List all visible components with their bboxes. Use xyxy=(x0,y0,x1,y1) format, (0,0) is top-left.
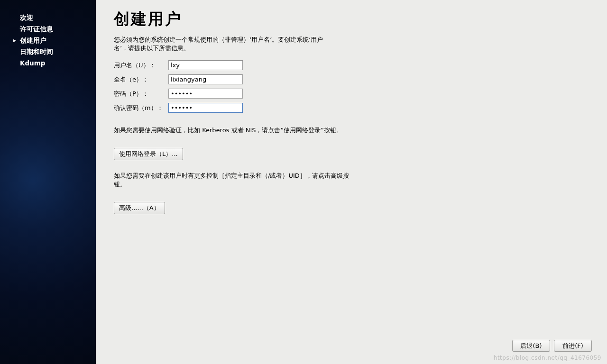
advanced-note: 如果您需要在创建该用户时有更多控制［指定主目录和（/或者）UID］，请点击高级按… xyxy=(114,172,351,189)
password-label: 密码（P）： xyxy=(114,90,168,98)
page-title: 创建用户 xyxy=(114,9,589,30)
sidebar-item-create-user[interactable]: 创建用户 xyxy=(0,35,96,46)
network-login-button[interactable]: 使用网络登录（L）... xyxy=(114,148,183,160)
back-button[interactable]: 后退(B) xyxy=(512,340,550,352)
network-note: 如果您需要使用网络验证，比如 Kerberos 或者 NIS，请点击“使用网络登… xyxy=(114,126,351,135)
sidebar-item-license[interactable]: 许可证信息 xyxy=(0,23,96,35)
watermark: https://blog.csdn.net/qq_41676059 xyxy=(494,355,601,361)
sidebar-item-label: 欢迎 xyxy=(20,14,33,21)
username-label: 用户名（U）： xyxy=(114,61,168,70)
footer-buttons: 后退(B) 前进(F) xyxy=(512,340,592,352)
password-input[interactable] xyxy=(168,89,243,99)
main-content: 创建用户 您必须为您的系统创建一个常规使用的（非管理）‘用户名’。要创建系统‘用… xyxy=(96,0,607,364)
fullname-label: 全名（e）： xyxy=(114,75,168,84)
user-form: 用户名（U）： 全名（e）： 密码（P）： 确认密码（m）： xyxy=(114,60,589,113)
sidebar-item-label: 日期和时间 xyxy=(20,48,53,55)
intro-text: 您必须为您的系统创建一个常规使用的（非管理）‘用户名’。要创建系统‘用户名’，请… xyxy=(114,36,337,53)
form-row-confirm: 确认密码（m）： xyxy=(114,103,589,113)
fullname-input[interactable] xyxy=(168,74,243,84)
sidebar-item-label: 创建用户 xyxy=(20,36,46,44)
confirm-password-input[interactable] xyxy=(168,103,243,113)
form-row-fullname: 全名（e）： xyxy=(114,74,589,84)
sidebar: 欢迎 许可证信息 创建用户 日期和时间 Kdump xyxy=(0,0,96,364)
confirm-label: 确认密码（m）： xyxy=(114,104,168,112)
advanced-button[interactable]: 高级......（A） xyxy=(114,202,165,214)
form-row-username: 用户名（U）： xyxy=(114,60,589,70)
form-row-password: 密码（P）： xyxy=(114,89,589,99)
sidebar-item-datetime[interactable]: 日期和时间 xyxy=(0,46,96,57)
sidebar-item-label: 许可证信息 xyxy=(20,25,53,33)
sidebar-item-welcome[interactable]: 欢迎 xyxy=(0,12,96,23)
sidebar-item-kdump[interactable]: Kdump xyxy=(0,57,96,69)
forward-button[interactable]: 前进(F) xyxy=(554,340,592,352)
sidebar-item-label: Kdump xyxy=(20,59,45,67)
username-input[interactable] xyxy=(168,60,243,70)
